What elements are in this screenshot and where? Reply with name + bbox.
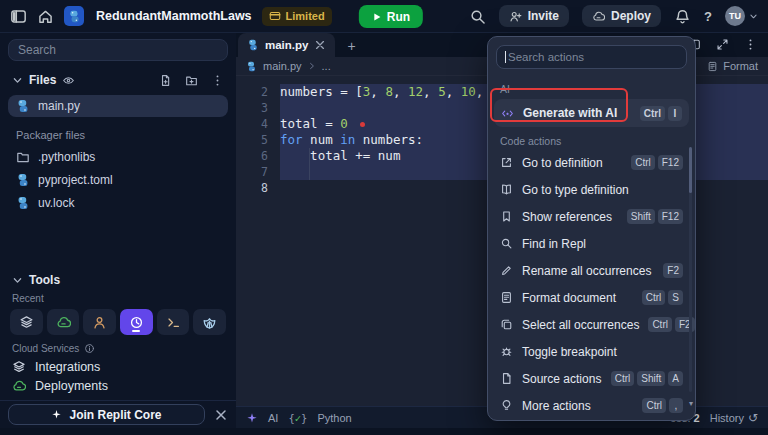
menu-section-code-actions: Code actions	[488, 129, 695, 149]
menu-item-label: Find in Repl	[522, 237, 683, 251]
layers-icon	[12, 360, 26, 374]
menu-item-label: Rename all occurrences	[522, 264, 654, 278]
sidebar-toggle-icon[interactable]	[10, 8, 27, 25]
play-icon	[372, 12, 382, 22]
scroll-down-indicator[interactable]: ▾	[689, 399, 693, 408]
ssh-tool-button[interactable]	[193, 309, 226, 335]
breadcrumb-file[interactable]: main.py	[263, 60, 302, 72]
find-icon	[500, 237, 513, 250]
avatar[interactable]: TU	[725, 6, 745, 26]
file-row-uv-lock[interactable]: uv.lock	[8, 192, 228, 214]
history-button[interactable]: History ↺	[710, 411, 758, 425]
shortcut-keys: CtrlS	[642, 290, 683, 305]
tools-collapse-icon[interactable]	[12, 275, 23, 286]
python-logo-icon	[68, 10, 81, 23]
breadcrumb-separator-icon	[308, 62, 316, 70]
shell-tool-button[interactable]	[157, 309, 190, 335]
format-doc-icon	[500, 291, 513, 304]
menu-item-toggle-breakpoint[interactable]: Toggle breakpoint	[488, 338, 695, 365]
menu-item-select-all-occurrences[interactable]: Select all occurrencesCtrlF2	[488, 311, 695, 338]
deployments-tool-button[interactable]	[47, 309, 80, 335]
deploy-icon	[592, 10, 605, 23]
files-kebab-menu-icon[interactable]	[211, 74, 224, 87]
menu-item-rename-all-occurrences[interactable]: Rename all occurrencesF2	[488, 257, 695, 284]
keycap: I	[668, 106, 682, 121]
repl-logo	[64, 6, 84, 26]
cloud-item-integrations[interactable]: Integrations	[0, 357, 236, 376]
menu-item-format-document[interactable]: Format documentCtrlS	[488, 284, 695, 311]
menu-item-show-references[interactable]: Show referencesShiftF12	[488, 203, 695, 230]
recent-tools-row	[0, 307, 236, 339]
packager-files-label: Packager files	[0, 118, 236, 145]
person-icon	[92, 315, 107, 330]
keycap: Ctrl	[631, 155, 655, 170]
format-button[interactable]: Format	[707, 60, 758, 72]
sidebar-search-input[interactable]: Search	[8, 39, 228, 61]
menu-scrollbar-thumb[interactable]	[689, 147, 692, 193]
menu-item-find-in-repl[interactable]: Find in Repl	[488, 230, 695, 257]
actions-search-input[interactable]: Search actions	[496, 45, 687, 69]
account-menu[interactable]: TU	[725, 6, 758, 26]
tab-main-py[interactable]: main.py	[238, 33, 335, 57]
line-number: 8	[236, 180, 280, 196]
integrations-tool-button[interactable]	[10, 309, 43, 335]
breadcrumb-ellipsis[interactable]: ...	[322, 60, 331, 72]
error-dot-indicator	[360, 122, 365, 127]
menu-item-go-to-type-definition[interactable]: Go to type definition	[488, 176, 695, 203]
deployments-icon	[56, 315, 71, 330]
menu-item-more-actions[interactable]: More actionsCtrl,	[488, 392, 695, 419]
invite-button[interactable]: Invite	[499, 5, 569, 27]
ai-status-icon[interactable]	[246, 412, 258, 424]
notifications-bell-icon[interactable]	[674, 8, 691, 25]
authentication-tool-button[interactable]	[83, 309, 116, 335]
limited-badge[interactable]: Limited	[262, 7, 332, 26]
language-label[interactable]: Python	[317, 412, 351, 424]
format-icon	[707, 61, 718, 72]
help-button[interactable]: ?	[704, 9, 712, 24]
search-icon[interactable]	[469, 8, 486, 25]
repl-title[interactable]: RedundantMammothLaws	[96, 9, 252, 23]
file-row-main-py[interactable]: main.py	[8, 95, 228, 117]
folder-icon	[16, 150, 30, 164]
active-indicator	[132, 330, 140, 332]
breakpoint-icon	[500, 345, 513, 358]
tab-close-icon[interactable]	[314, 39, 326, 51]
home-icon[interactable]	[37, 8, 54, 25]
deploy-button[interactable]: Deploy	[582, 5, 661, 27]
join-replit-core-button[interactable]: Join Replit Core	[8, 404, 205, 425]
history-tool-button[interactable]	[120, 309, 153, 335]
run-label: Run	[387, 10, 410, 24]
expand-pane-icon[interactable]	[716, 38, 729, 51]
history-icon	[129, 315, 144, 330]
new-folder-icon[interactable]	[185, 74, 198, 87]
cloud-item-deployments[interactable]: Deployments	[0, 376, 236, 395]
terminal-icon	[166, 315, 181, 330]
references-icon	[500, 210, 513, 223]
goto-definition-icon	[500, 156, 513, 169]
menu-scrollbar[interactable]	[689, 147, 692, 392]
format-label: Format	[723, 60, 758, 72]
menu-item-label: Go to type definition	[522, 183, 683, 197]
run-button[interactable]: Run	[359, 5, 423, 28]
ai-status-label[interactable]: AI	[268, 412, 278, 424]
menu-item-go-to-definition[interactable]: Go to definitionCtrlF12	[488, 149, 695, 176]
menu-item-label: Format document	[522, 291, 633, 305]
select-all-icon	[500, 318, 513, 331]
file-row-pyproject-toml[interactable]: pyproject.toml	[8, 169, 228, 191]
file-row-pythonlibs[interactable]: .pythonlibs	[8, 146, 228, 168]
shortcut-keys: ShiftF12	[627, 209, 683, 224]
new-tab-button[interactable]: +	[347, 38, 355, 54]
rename-icon	[500, 264, 513, 277]
close-banner-icon[interactable]	[214, 408, 228, 422]
deploy-label: Deploy	[611, 9, 651, 23]
info-icon[interactable]	[84, 343, 95, 354]
menu-item-generate-with-ai[interactable]: Generate with AICtrlI	[494, 99, 689, 127]
files-collapse-icon[interactable]	[12, 75, 23, 86]
menu-item-label: More actions	[522, 399, 633, 413]
editor-kebab-menu-icon[interactable]	[744, 38, 757, 51]
menu-item-source-actions[interactable]: Source actionsCtrlShiftA	[488, 365, 695, 392]
line-number: 2	[236, 84, 280, 100]
new-file-icon[interactable]	[159, 74, 172, 87]
files-header: Files	[0, 65, 236, 94]
hidden-files-toggle-icon[interactable]	[62, 74, 75, 87]
